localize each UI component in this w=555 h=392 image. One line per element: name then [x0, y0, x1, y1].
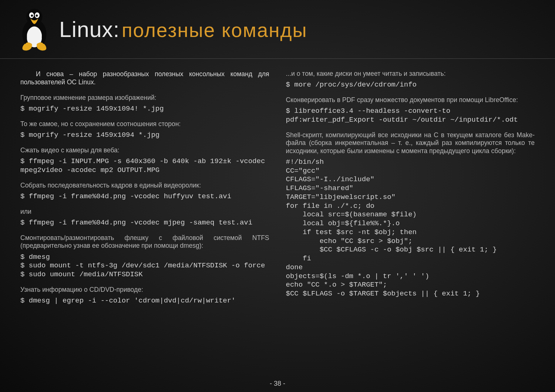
cmd-libreoffice: $ libreoffice3.4 --headless -convert-to … [286, 107, 535, 125]
desc-ffmpeg-compress: Сжать видео с камеры для веба: [20, 146, 269, 154]
left-column: И снова – набор разнообразных полезных к… [20, 70, 269, 308]
page-title: Linux: полезные команды [59, 17, 307, 42]
tux-icon [15, 6, 56, 52]
desc-shell-script: Shell-скрипт, компилирующий все исходник… [286, 131, 535, 155]
desc-libreoffice: Сконверировать в PDF сразу множество док… [286, 96, 535, 104]
cmd-ffmpeg-mjpeg: $ ffmpeg -i frame%04d.png -vcodec mjpeg … [20, 219, 269, 227]
desc-mount: Смонтировать/размонтировать флешку с фай… [20, 234, 269, 250]
cmd-dmesg-cdrom: $ dmesg | egrep -i --color 'cdrom|dvd|cd… [20, 297, 269, 305]
cmd-mogrify-exact: $ mogrify -resize 1459x1094! *.jpg [20, 105, 269, 114]
cmd-mount: $ dmesg $ sudo mount -t ntfs-3g /dev/sdc… [20, 253, 269, 279]
desc-or: или [20, 208, 269, 216]
desc-resize-aspect: То же самое, но с сохранением соотношени… [20, 120, 269, 128]
page-number: - 38 - [0, 380, 555, 388]
cmd-shell-script: #!/bin/sh CC="gcc" CFLAGS="-I../include"… [286, 158, 535, 298]
cmd-mogrify-aspect: $ mogrify -resize 1459x1094 *.jpg [20, 131, 269, 140]
title-prefix: Linux: [59, 17, 120, 42]
intro-text: И снова – набор разнообразных полезных к… [20, 70, 269, 87]
title-main: полезные команды [122, 19, 307, 41]
cmd-more-cdrom: $ more /proc/sys/dev/cdrom/info [286, 81, 535, 89]
svg-point-5 [31, 14, 33, 17]
right-column: ...и о том, какие диски он умеет читать … [286, 70, 535, 308]
svg-point-6 [36, 14, 38, 17]
desc-cdrom-info: ...и о том, какие диски он умеет читать … [286, 70, 535, 78]
document-page: Linux: полезные команды И снова – набор … [0, 0, 555, 392]
desc-cdinfo: Узнать информацию о CD/DVD-приводе: [20, 286, 269, 294]
cmd-ffmpeg-huffyuv: $ ffmpeg -i frame%04d.png -vcodec huffyu… [20, 192, 269, 201]
header: Linux: полезные команды [0, 0, 555, 59]
desc-ffmpeg-frames: Собрать последовательность кадров в един… [20, 182, 269, 189]
content-columns: И снова – набор разнообразных полезных к… [0, 59, 555, 308]
desc-resize: Групповое изменение размера изображений: [20, 94, 269, 102]
cmd-ffmpeg-compress: $ ffmpeg -i INPUT.MPG -s 640x360 -b 640k… [20, 157, 269, 175]
